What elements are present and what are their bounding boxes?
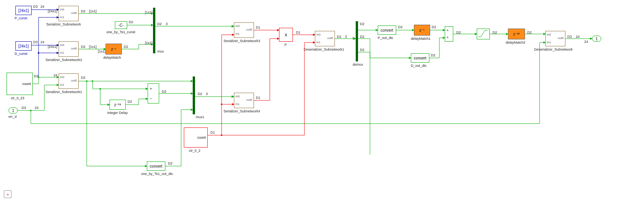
delaymatch-block[interactable]: z⁻¹ [106,44,122,54]
delaymatch1-label: delayMatch1 [411,37,430,41]
sig-d3-3: D3 [22,106,26,110]
corner-icon: » [4,190,12,198]
svg-point-2 [38,52,39,54]
sn1-label: Serializer_Subnetwork1 [45,90,82,94]
svg-point-7 [221,134,222,136]
sig-d2-15: D2 [398,25,403,29]
one-by-ts1-const[interactable]: -C- [115,21,127,29]
sig-d2-1: D2 [81,9,86,13]
sig-1x1-2c: [1x1] [145,41,153,45]
sum2-plus1: + [446,28,449,32]
integer-delay-text: z⁻²⁴ [114,103,121,107]
dsn-in1: in1 [547,41,551,44]
mux1-bar[interactable] [193,76,195,114]
err-d-text: 1 [12,109,14,113]
delaymatch1-block[interactable]: z⁻¹ [414,25,430,36]
sig-24-2: 24 [40,40,44,44]
err-d-label: err_d [8,115,17,119]
integer-delay-label: Integer Delay [107,111,128,115]
sig-d2-4: D2 [129,20,133,24]
sig-d2-5: D2 [34,74,39,78]
sig-24-6: 24 [584,40,588,44]
p-const-block[interactable]: [24x1] [15,6,32,15]
sn4-label: Serializer_Subnetwork4 [224,109,260,113]
d-out-dtc-label: D_out_dtc [411,64,427,68]
mux1-label: mux1 [196,115,204,119]
sn4-in0: in0 [235,95,240,98]
integer-delay-block[interactable]: z⁻²⁴ [109,100,126,110]
delaymatch-label: delayMatch [103,56,121,59]
sn3-out0: out0 [246,28,252,31]
sig-d2-17: D2 [456,31,461,34]
sn2-in0: in0 [60,43,64,47]
sig-d2-6: D2 [81,76,86,80]
sig-d2-7: D2 [128,100,132,104]
sig-d2-16: D2 [432,25,436,29]
sig-d2-12: D2 [360,22,365,26]
sn3-label: Serializer_Subnetwork3 [224,39,260,43]
d-out-dtc[interactable]: convert [411,53,429,63]
dsn1-out0: out0 [327,36,333,40]
d-const-block[interactable]: [24x1] [15,41,32,51]
obt-text: convert [150,164,163,168]
demux-bar[interactable] [356,21,358,61]
sn4-out0: out0 [246,98,252,102]
mux-bar[interactable] [153,8,155,53]
svg-point-4 [99,88,101,90]
d-const-text: [24x1] [18,44,29,48]
p-out-dtc[interactable]: convert [378,25,396,35]
sn1-in1: in1 [60,83,64,87]
sig-d2-9: D2 [157,22,162,26]
svg-point-5 [86,80,87,82]
sig-1x1-2b: [1x1] [98,49,106,53]
sig-d1-1: D1 [210,131,215,134]
sig-1x1-1: [1x1] [89,9,97,13]
sig-1x1-1b: [1x1] [145,10,153,14]
outport-block[interactable]: 1 [592,36,601,42]
sn-out0: out0 [71,11,77,15]
svg-point-6 [221,104,222,105]
sig-d2-3: D2 [124,45,128,49]
sn-in0: in0 [60,8,64,11]
sig-3-3: 3 [345,35,347,39]
sig-24-4: 24 [35,106,39,110]
delaymatch2-label: delayMatch2 [506,41,525,44]
ctr-0-2-block[interactable]: count [184,127,208,148]
mux-label: mux [157,49,164,53]
err-d-inport[interactable]: 1 [8,107,18,114]
sig-d2-16b: D2 [431,53,435,57]
sig-d2-14: D2 [360,48,365,52]
dsn1-in1: in1 [316,41,321,44]
svg-point-3 [92,80,93,82]
sum2-plus2: + [446,35,449,39]
ctr-0-23-label: ctr_0_23 [11,96,24,100]
delaymatch2-block[interactable]: z⁻²² [508,29,525,39]
product-block[interactable]: x [279,28,293,42]
sum-plus: + [150,86,152,92]
sig-d2-20: D2 [168,161,173,165]
sig-3-2: 3 [206,92,208,96]
saturation-block[interactable] [477,29,490,39]
product-text: x [285,32,287,37]
dsn1-in0: in0 [316,33,321,36]
sn2-out0: out0 [71,47,77,50]
delaymatch1-text: z⁻¹ [419,28,424,32]
sig-d3-2: D3 [33,40,38,44]
product-label: P [284,43,287,47]
ctr-0-23-block[interactable]: count [7,73,33,95]
sig-d2-19: D2 [527,31,532,34]
sn3-in1: in1 [235,32,240,36]
sig-24-1: 24 [40,5,44,8]
sig-d3-1: D3 [33,5,38,8]
p-out-dtc-label: P_out_dtc [378,36,393,40]
one-by-ts1-out-dtc[interactable]: convert [147,161,165,171]
sig-3-4: 3 [352,36,354,40]
sn4-3: 3 [231,95,232,98]
sig-d2-11: D2 [337,35,341,39]
one-by-ts1-label: one_by_Ts1_const [106,30,135,34]
sn1-in0: in0 [60,75,64,79]
sig-d3-4: D3 [567,35,572,39]
sig-24-5: 24 [576,35,580,39]
sig-d2-2: D2 [81,45,86,49]
demux-label: demux [353,63,363,66]
